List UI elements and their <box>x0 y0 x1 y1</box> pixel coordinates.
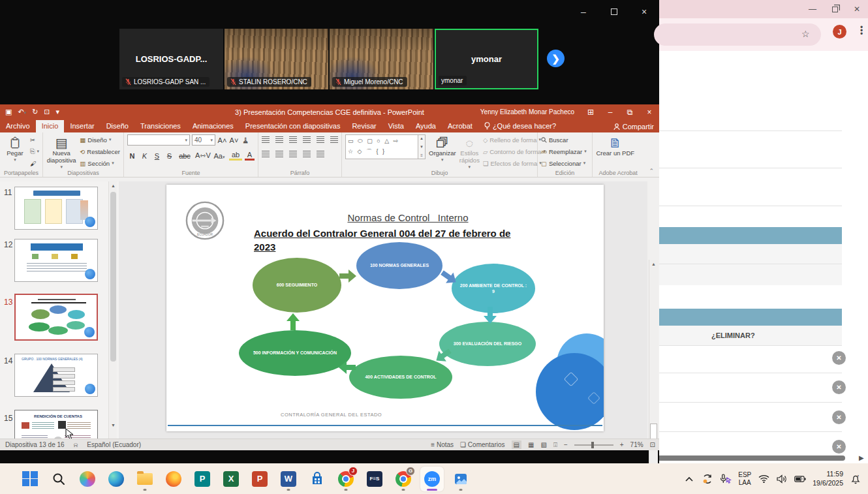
file-explorer-icon[interactable] <box>133 467 157 491</box>
tab-diseno[interactable]: Diseño <box>101 120 134 132</box>
shrink-font-button[interactable]: A˅ <box>229 136 239 144</box>
character-spacing-button[interactable]: A⇿V <box>195 151 209 160</box>
scrollbar-thumb[interactable] <box>650 424 657 439</box>
copilot-icon[interactable] <box>76 467 99 491</box>
tab-presentacion[interactable]: Presentación con diapositivas <box>240 120 347 132</box>
fes-app-icon[interactable]: F≡S <box>363 467 386 491</box>
profile-avatar[interactable]: J <box>833 25 846 39</box>
replace-button[interactable]: abReemplazar▾ <box>541 146 587 157</box>
share-button[interactable]: Compartir <box>613 123 654 131</box>
slide-thumbnail-11[interactable] <box>14 187 98 230</box>
accessibility-icon[interactable]: ⍾ <box>74 441 78 449</box>
browser-menu-icon[interactable]: ••• <box>860 26 863 36</box>
tell-me-box[interactable]: ¿Qué desea hacer? <box>478 120 562 132</box>
view-normal-button[interactable]: ▤ <box>512 440 521 449</box>
delete-row-button[interactable]: ✕ <box>832 410 846 424</box>
firefox-icon[interactable] <box>162 467 185 491</box>
shapes-gallery-scroll[interactable]: ▲▼≡ <box>418 134 426 159</box>
edge-icon[interactable] <box>104 467 128 491</box>
bullets-button[interactable] <box>262 136 270 143</box>
font-name-combo[interactable]: ▾ <box>127 134 190 146</box>
strikethrough-button[interactable]: S <box>164 152 174 160</box>
tab-vista[interactable]: Vista <box>382 120 410 132</box>
delete-row-button[interactable]: ✕ <box>832 380 846 394</box>
cut-button[interactable]: ✂ <box>30 134 39 145</box>
tab-revisar[interactable]: Revisar <box>346 120 382 132</box>
italic-button[interactable]: K <box>140 152 149 160</box>
change-case-button[interactable]: Aa▾ <box>212 152 226 160</box>
font-color-button[interactable]: A <box>245 151 255 161</box>
zoom-maximize-button[interactable] <box>607 5 621 18</box>
new-slide-button[interactable]: ▤ Nueva diapositiva▾ <box>46 134 76 168</box>
delete-row-button[interactable]: ✕ <box>832 351 846 365</box>
select-button[interactable]: ▢Seleccionar▾ <box>541 158 587 168</box>
language-status[interactable]: Español (Ecuador) <box>87 441 141 448</box>
scroll-down-icon[interactable]: ▼ <box>109 421 117 429</box>
chrome-close-button[interactable]: ✕ <box>846 0 868 18</box>
chrome-profile-j-icon[interactable]: J <box>334 467 358 491</box>
tab-acrobat[interactable]: Acrobat <box>442 120 478 132</box>
decrease-indent-button[interactable] <box>289 136 297 143</box>
notes-button[interactable]: ≡ Notas <box>431 441 454 448</box>
align-right-button[interactable] <box>289 151 297 157</box>
panel-scrollbar[interactable]: ▲ ▼ <box>108 181 117 439</box>
format-painter-button[interactable]: 🖌︎ <box>30 158 39 168</box>
ribbon-display-options-button[interactable]: ⊞ <box>581 104 600 119</box>
ppt-restore-button[interactable]: ⧉ <box>620 104 640 119</box>
reset-button[interactable]: ⟲Restablecer <box>80 146 120 157</box>
tab-ayuda[interactable]: Ayuda <box>410 120 442 132</box>
layout-button[interactable]: ▦Diseño▾ <box>80 134 120 145</box>
next-participants-button[interactable]: ❯ <box>547 50 565 67</box>
shapes-gallery[interactable]: ▭ ⬭ ▢ ○ △ ⇨☆ ◇ ⌒ { } <box>345 134 418 159</box>
mic-in-use-icon[interactable] <box>720 474 732 484</box>
zoom-minimize-button[interactable]: – <box>576 5 591 18</box>
slide-thumbnail-12[interactable] <box>14 239 98 282</box>
paste-button[interactable]: 📋︎ Pegar▾ <box>3 134 27 168</box>
zoom-out-button[interactable]: − <box>564 441 568 448</box>
table-row[interactable] <box>659 264 842 285</box>
shape-fill-button[interactable]: ◇ Relleno de forma▾ <box>483 134 546 145</box>
zoom-slider-thumb[interactable] <box>591 442 594 448</box>
collapse-ribbon-button[interactable]: ⌃ <box>643 168 659 177</box>
participant-tile[interactable]: STALIN ROSERO/CNC <box>225 29 328 89</box>
arrange-button[interactable]: 🗇︎ Organizar▾ <box>429 134 456 168</box>
font-size-combo[interactable]: 40▾ <box>192 134 215 146</box>
start-button[interactable] <box>18 467 42 491</box>
excel-icon[interactable]: X <box>219 467 243 491</box>
wifi-icon[interactable] <box>758 474 769 483</box>
scrollbar-thumb[interactable] <box>110 192 116 362</box>
start-presentation-icon[interactable]: ⊡ <box>44 108 50 116</box>
powerpoint-icon[interactable]: P <box>248 467 271 491</box>
tab-insertar[interactable]: Insertar <box>64 120 100 132</box>
shape-effects-button[interactable]: ❏ Efectos de forma▾ <box>483 158 546 168</box>
horizontal-scrollbar[interactable] <box>659 455 845 461</box>
save-icon[interactable]: ▣ <box>5 108 12 116</box>
diagram-node-100[interactable]: 100 NORMAS GENERALES <box>356 242 442 289</box>
zoom-slider[interactable] <box>574 444 613 446</box>
ppt-minimize-button[interactable]: – <box>600 104 620 119</box>
find-button[interactable]: Buscar <box>541 134 587 145</box>
slide-title[interactable]: Normas de Control Interno <box>297 212 519 223</box>
publisher-icon[interactable]: P <box>191 467 214 491</box>
taskbar-search-button[interactable] <box>47 467 70 491</box>
view-sorter-button[interactable]: ▦ <box>528 441 534 448</box>
columns-button[interactable] <box>317 151 324 157</box>
text-direction-button[interactable] <box>330 136 338 143</box>
diagram-node-200[interactable]: 200 AMBIENTE DE CONTROL : 9 <box>452 264 535 313</box>
highlight-color-button[interactable]: ab <box>229 151 242 161</box>
comments-button[interactable]: ❏ Comentarios <box>460 441 504 448</box>
zoom-in-button[interactable]: + <box>620 441 624 448</box>
customize-qat-icon[interactable]: ▾ <box>56 108 60 116</box>
copy-button[interactable]: ⎘▾ <box>30 146 39 157</box>
chrome-restore-button[interactable] <box>824 0 846 18</box>
align-left-button[interactable] <box>262 151 270 157</box>
photos-icon[interactable] <box>449 467 473 491</box>
redo-icon[interactable]: ↻ <box>32 108 38 116</box>
justify-button[interactable] <box>303 151 311 157</box>
slide-canvas[interactable]: ECUADOR Normas de Control Interno Acuerd… <box>166 185 604 431</box>
scroll-right-icon[interactable]: ▶ <box>859 454 864 461</box>
text-shadow-button[interactable]: abc <box>177 152 193 160</box>
slide-thumbnail-13-selected[interactable] <box>14 294 98 341</box>
notification-bell-icon[interactable]: z <box>850 474 861 484</box>
editor-vertical-scrollbar[interactable]: ▲ ▼ ⏶ ⏷ <box>649 260 658 494</box>
